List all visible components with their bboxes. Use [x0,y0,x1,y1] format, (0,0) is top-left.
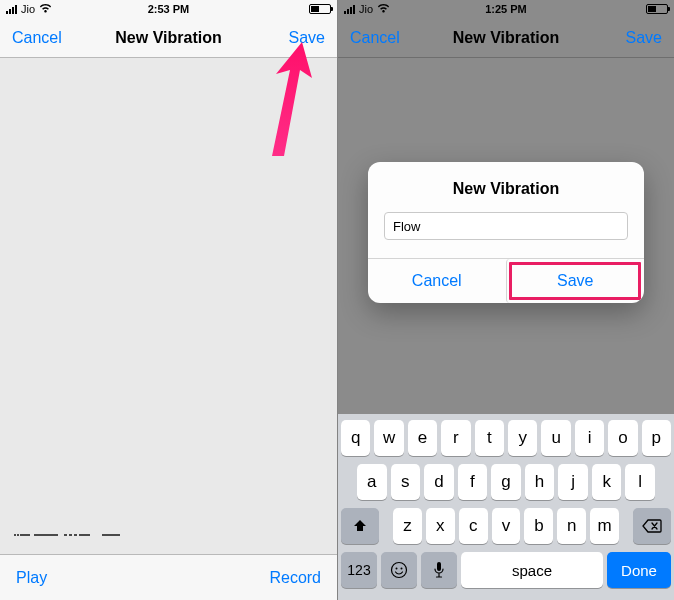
cell-signal-icon [344,5,355,14]
cancel-button[interactable]: Cancel [12,29,62,47]
key-o[interactable]: o [608,420,637,456]
done-key[interactable]: Done [607,552,671,588]
page-title: New Vibration [453,29,559,47]
battery-icon [646,4,668,14]
screen-left: Jio 2:53 PM Cancel New Vibration Save Pl… [0,0,337,600]
key-v[interactable]: v [492,508,521,544]
key-c[interactable]: c [459,508,488,544]
vibration-tap-area[interactable] [0,58,337,554]
key-b[interactable]: b [524,508,553,544]
carrier-label: Jio [359,3,373,15]
shift-icon [352,518,368,534]
alert-cancel-button[interactable]: Cancel [368,259,506,303]
key-w[interactable]: w [374,420,403,456]
keyboard-row-1: q w e r t y u i o p [341,420,671,456]
on-screen-keyboard: q w e r t y u i o p a s d f g h j k l [338,414,674,600]
dictation-key[interactable] [421,552,457,588]
svg-point-2 [401,568,403,570]
key-t[interactable]: t [475,420,504,456]
key-k[interactable]: k [592,464,622,500]
nav-bar: Cancel New Vibration Save [338,18,674,58]
nav-bar: Cancel New Vibration Save [0,18,337,58]
space-key[interactable]: space [461,552,603,588]
battery-icon [309,4,331,14]
status-bar: Jio 1:25 PM [338,0,674,18]
play-button[interactable]: Play [16,569,47,587]
emoji-icon [390,561,408,579]
key-d[interactable]: d [424,464,454,500]
key-g[interactable]: g [491,464,521,500]
save-button[interactable]: Save [289,29,325,47]
key-n[interactable]: n [557,508,586,544]
key-i[interactable]: i [575,420,604,456]
key-e[interactable]: e [408,420,437,456]
key-q[interactable]: q [341,420,370,456]
key-x[interactable]: x [426,508,455,544]
shift-key[interactable] [341,508,379,544]
status-time: 2:53 PM [148,3,190,15]
bottom-toolbar: Play Record [0,554,337,600]
key-a[interactable]: a [357,464,387,500]
cell-signal-icon [6,5,17,14]
keyboard-row-4: 123 space Done [341,552,671,588]
key-z[interactable]: z [393,508,422,544]
cancel-button[interactable]: Cancel [350,29,400,47]
keyboard-row-2: a s d f g h j k l [341,464,671,500]
vibration-name-input[interactable] [384,212,628,240]
key-u[interactable]: u [541,420,570,456]
key-j[interactable]: j [558,464,588,500]
key-h[interactable]: h [525,464,555,500]
key-s[interactable]: s [391,464,421,500]
status-time: 1:25 PM [485,3,527,15]
screen-right: Jio 1:25 PM Cancel New Vibration Save Ne… [337,0,674,600]
carrier-label: Jio [21,3,35,15]
backspace-icon [642,519,662,533]
wifi-icon [39,3,52,15]
svg-rect-3 [437,562,441,571]
vibration-pattern-track [12,526,325,544]
keyboard-row-3: z x c v b n m [341,508,671,544]
svg-point-0 [392,563,407,578]
emoji-key[interactable] [381,552,417,588]
mic-icon [433,561,445,579]
alert-title: New Vibration [368,162,644,212]
numbers-key[interactable]: 123 [341,552,377,588]
key-f[interactable]: f [458,464,488,500]
save-button[interactable]: Save [626,29,662,47]
backspace-key[interactable] [633,508,671,544]
key-p[interactable]: p [642,420,671,456]
svg-point-1 [396,568,398,570]
key-r[interactable]: r [441,420,470,456]
name-vibration-alert: New Vibration Cancel Save [368,162,644,303]
page-title: New Vibration [115,29,221,47]
record-button[interactable]: Record [269,569,321,587]
key-l[interactable]: l [625,464,655,500]
key-y[interactable]: y [508,420,537,456]
wifi-icon [377,3,390,15]
alert-save-button[interactable]: Save [506,259,645,303]
key-m[interactable]: m [590,508,619,544]
status-bar: Jio 2:53 PM [0,0,337,18]
